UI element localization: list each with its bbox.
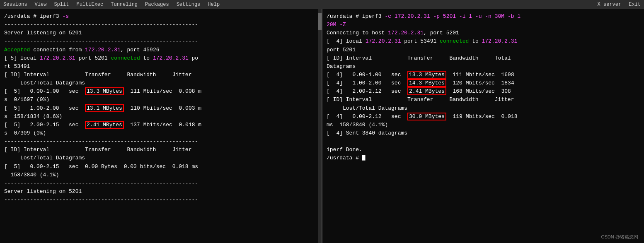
terminal-line: iperf Done. [327,146,640,154]
menu-sessions[interactable]: Sessions [3,2,27,7]
menu-multiexec[interactable]: MultiExec [76,2,103,7]
terminal-line: Datagrams [327,63,640,71]
terminal-line: [ ID] Interval Transfer Bandwidth Jitter [4,146,317,154]
terminal-line: [ 4] Sent 3840 datagrams [327,129,640,137]
terminal-line: ----------------------------------------… [4,196,317,204]
terminal-line: Connecting to host 172.20.2.31, port 520… [327,29,640,37]
menu-help[interactable]: Help [208,2,220,7]
menu-xserver[interactable]: X server [598,2,622,7]
left-scrollbar[interactable] [318,9,322,243]
terminal-line: s 0/1697 (0%) [4,96,317,104]
menu-settings[interactable]: Settings [177,2,201,7]
left-terminal[interactable]: /usrdata # iperf3 -s -------------------… [0,9,322,243]
terminal-line: [ ID] Interval Transfer Bandwidth Jitter [327,96,640,104]
terminal-line: /usrdata # █ [327,154,640,162]
terminal-line: [ 5] 1.00-2.00 sec 13.1 MBytes 110 Mbits… [4,104,317,113]
terminal-line: Lost/Total Datagrams [4,79,317,87]
terminal-line: Server listening on 5201 [4,29,317,37]
terminal-line: [ 4] local 172.20.2.31 port 53491 connec… [327,37,640,46]
terminals-container: /usrdata # iperf3 -s -------------------… [0,9,644,243]
terminal-line: /usrdata # iperf3 -c 172.20.2.31 -p 5201… [327,12,640,21]
terminal-line: ms 158/3840 (4.1%) [327,121,640,129]
terminal-line: [ 5] local 172.20.2.31 port 5201 connect… [4,54,317,63]
terminal-line: s 158/1834 (8.6%) [4,113,317,121]
terminal-line: Accepted connection from 172.20.2.31, po… [4,46,317,54]
terminal-line: ----------------------------------------… [4,179,317,188]
terminal-line: s 0/309 (0%) [4,129,317,137]
terminal-line: ----------------------------------------… [4,21,317,29]
terminal-line: 20M -Z [327,21,640,29]
menu-tunneling[interactable]: Tunneling [111,2,138,7]
terminal-line: /usrdata # iperf3 -s [4,12,317,21]
terminal-line: [ 5] 2.00-2.15 sec 2.41 MBytes 137 Mbits… [4,121,317,129]
terminal-line: [ 4] 2.00-2.12 sec 2.41 MBytes 168 Mbits… [327,87,640,96]
terminal-line: Server listening on 5201 [4,188,317,196]
terminal-line [327,137,640,146]
terminal-line: [ 5] 0.00-1.00 sec 13.3 MBytes 111 Mbits… [4,87,317,96]
terminal-line: [ 5] 0.00-2.15 sec 0.00 Bytes 0.00 bits/… [4,163,317,171]
terminal-line: 158/3840 (4.1%) [4,171,317,179]
watermark: CSDN @诸葛悠闲 [601,233,638,241]
terminal-line: ----------------------------------------… [4,137,317,146]
terminal-line: Lost/Total Datagrams [4,154,317,162]
left-scrollbar-thumb[interactable] [318,13,322,30]
menu-exit[interactable]: Exit [629,2,641,7]
terminal-line: rt 53491 [4,63,317,71]
terminal-line: port 5201 [327,46,640,54]
terminal-line: [ ID] Interval Transfer Bandwidth Jitter [4,71,317,79]
terminal-line: [ 4] 0.00-1.00 sec 13.3 MBytes 111 Mbits… [327,71,640,79]
terminal-line: [ 4] 0.00-2.12 sec 30.0 MBytes 119 Mbits… [327,113,640,121]
terminal-line: ----------------------------------------… [4,37,317,46]
menu-bar: Sessions View Split MultiExec Tunneling … [0,0,644,9]
right-terminal[interactable]: /usrdata # iperf3 -c 172.20.2.31 -p 5201… [322,9,644,243]
menu-packages[interactable]: Packages [145,2,169,7]
terminal-line: [ ID] Interval Transfer Bandwidth Total [327,54,640,63]
menu-split[interactable]: Split [54,2,69,7]
menu-view[interactable]: View [35,2,47,7]
terminal-line: Lost/Total Datagrams [327,104,640,113]
terminal-line: [ 4] 1.00-2.00 sec 14.3 MBytes 120 Mbits… [327,79,640,87]
app-window: Sessions View Split MultiExec Tunneling … [0,0,644,243]
